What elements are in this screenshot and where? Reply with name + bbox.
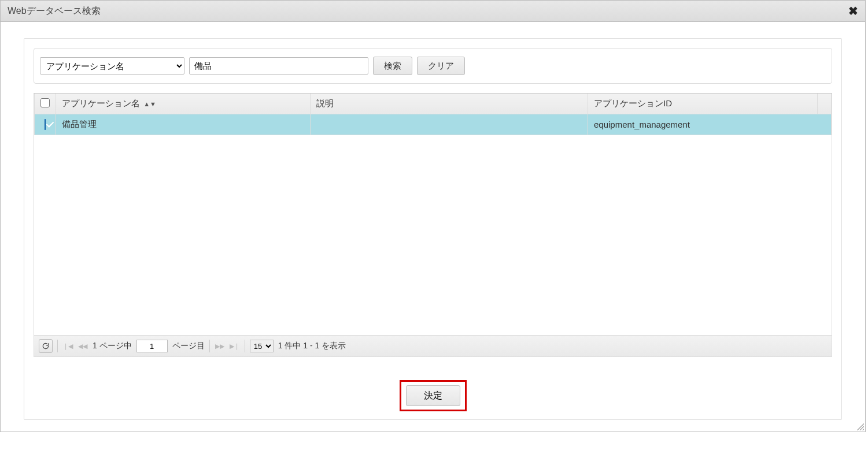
close-icon[interactable]: ✖ <box>848 4 858 18</box>
header-description[interactable]: 説明 <box>311 94 588 114</box>
reload-button[interactable] <box>39 339 53 353</box>
clear-button[interactable]: クリア <box>417 57 465 75</box>
resize-grip-icon[interactable] <box>856 422 864 430</box>
pager-suffix: ページ目 <box>172 341 205 351</box>
record-count-text: 1 件中 1 - 1 を表示 <box>278 341 346 351</box>
pager-prefix: 1 ページ中 <box>93 341 132 351</box>
select-all-checkbox[interactable] <box>40 98 50 107</box>
prev-page-icon[interactable]: ◀◀ <box>77 343 88 350</box>
cell-app-id: equipment_management <box>588 114 832 135</box>
page-number-input[interactable] <box>136 340 168 352</box>
content-frame: アプリケーション名 検索 クリア <box>24 38 842 420</box>
header-app-name[interactable]: アプリケーション名 ▲▼ <box>56 94 311 114</box>
confirm-highlight: 決定 <box>400 380 467 411</box>
page-size-select[interactable]: 15 <box>250 340 274 352</box>
search-button[interactable]: 検索 <box>373 57 412 75</box>
sort-icon: ▲▼ <box>143 101 156 107</box>
table-row[interactable]: 備品管理 equipment_management <box>35 114 832 135</box>
reload-icon <box>42 342 50 350</box>
pager-separator <box>57 340 58 352</box>
search-dialog: Webデータベース検索 ✖ アプリケーション名 検索 クリア <box>0 0 866 432</box>
last-page-icon[interactable]: ▶❘ <box>230 343 240 350</box>
table-header-row: アプリケーション名 ▲▼ 説明 アプリケーションID <box>35 94 832 114</box>
search-field-select[interactable]: アプリケーション名 <box>40 57 184 75</box>
pager-separator <box>245 340 245 352</box>
header-checkbox-cell <box>35 94 56 114</box>
confirm-button[interactable]: 決定 <box>406 385 460 406</box>
row-checkbox[interactable] <box>45 119 46 130</box>
header-spacer <box>818 94 832 114</box>
dialog-title: Webデータベース検索 <box>8 5 101 17</box>
pager-separator <box>209 340 210 352</box>
next-page-icon[interactable]: ▶▶ <box>215 343 225 350</box>
cell-description <box>311 114 588 135</box>
footer: 決定 <box>24 366 841 419</box>
dialog-title-bar: Webデータベース検索 ✖ <box>1 1 865 22</box>
first-page-icon[interactable]: ❘◀ <box>62 343 73 350</box>
search-input[interactable] <box>189 57 368 75</box>
results-table: アプリケーション名 ▲▼ 説明 アプリケーションID <box>34 93 832 336</box>
header-app-id[interactable]: アプリケーションID <box>588 94 818 114</box>
svg-line-2 <box>863 429 864 430</box>
dialog-body: アプリケーション名 検索 クリア <box>1 22 865 432</box>
pager: ❘◀ ◀◀ 1 ページ中 ページ目 ▶▶ ▶❘ 15 1 件中 1 - 1 を表… <box>34 336 832 357</box>
search-bar: アプリケーション名 検索 クリア <box>34 48 832 84</box>
cell-app-name: 備品管理 <box>56 114 311 135</box>
